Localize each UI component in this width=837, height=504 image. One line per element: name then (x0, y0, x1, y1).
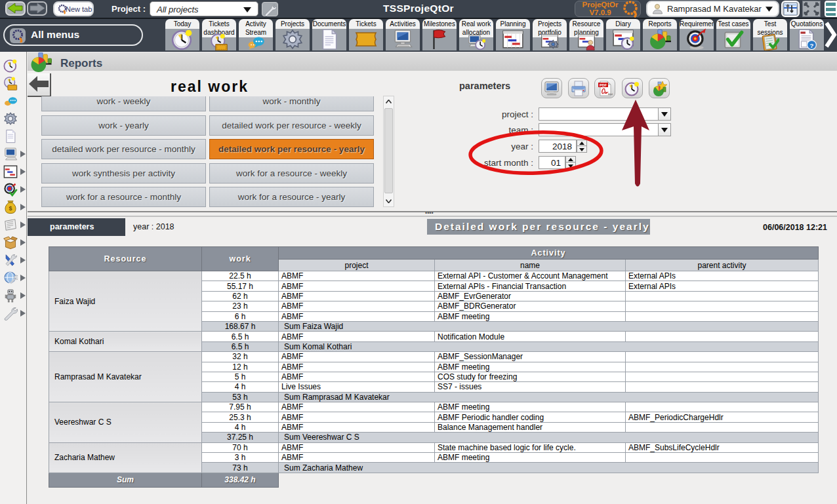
svg-text:Adobe: Adobe (608, 93, 613, 96)
svg-text:?: ? (810, 42, 814, 49)
svg-text:$: $ (9, 205, 12, 212)
svg-text:PDF: PDF (600, 83, 607, 87)
